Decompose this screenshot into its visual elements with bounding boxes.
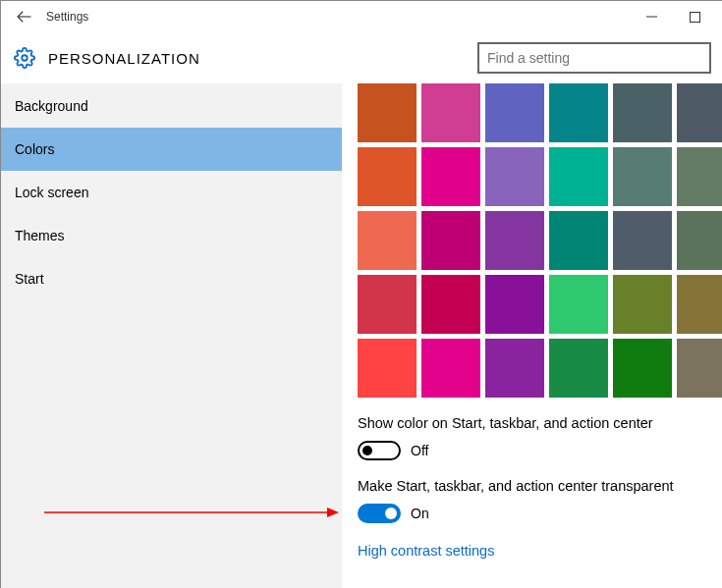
color-swatch[interactable] <box>613 275 672 334</box>
header: PERSONALIZATION <box>1 32 722 83</box>
color-swatch[interactable] <box>358 83 417 142</box>
high-contrast-link[interactable]: High contrast settings <box>358 543 494 559</box>
sidebar: BackgroundColorsLock screenThemesStart <box>1 83 342 588</box>
svg-point-3 <box>22 55 28 61</box>
show-color-toggle[interactable] <box>358 441 401 460</box>
show-color-label: Show color on Start, taskbar, and action… <box>358 415 722 431</box>
color-swatch[interactable] <box>421 147 480 206</box>
sidebar-item-themes[interactable]: Themes <box>1 214 342 257</box>
search-box[interactable] <box>477 42 711 74</box>
color-swatch[interactable] <box>677 275 722 334</box>
sidebar-item-label: Themes <box>15 228 65 243</box>
sidebar-item-lock-screen[interactable]: Lock screen <box>1 171 342 214</box>
sidebar-item-background[interactable]: Background <box>1 84 342 128</box>
color-swatch[interactable] <box>421 83 480 142</box>
color-swatch[interactable] <box>485 211 544 270</box>
content: BackgroundColorsLock screenThemesStart S… <box>1 83 722 588</box>
window-controls <box>630 2 716 31</box>
sidebar-item-colors[interactable]: Colors <box>1 128 342 171</box>
color-swatch[interactable] <box>677 83 722 142</box>
color-swatch[interactable] <box>549 83 608 142</box>
color-swatch[interactable] <box>485 339 544 398</box>
sidebar-item-label: Colors <box>15 141 54 157</box>
color-swatch[interactable] <box>358 275 417 334</box>
color-swatch[interactable] <box>613 83 672 142</box>
color-swatch[interactable] <box>677 211 722 270</box>
titlebar: Settings <box>1 1 722 32</box>
sidebar-item-label: Lock screen <box>15 185 88 200</box>
sidebar-item-label: Start <box>15 271 44 287</box>
show-color-toggle-state: Off <box>411 443 428 458</box>
color-swatch[interactable] <box>485 147 544 206</box>
color-swatch[interactable] <box>485 83 544 142</box>
color-swatch-grid <box>358 83 722 398</box>
color-swatch[interactable] <box>549 147 608 206</box>
color-swatch[interactable] <box>358 211 417 270</box>
show-color-toggle-row: Off <box>358 441 722 460</box>
transparent-toggle-state: On <box>411 506 429 521</box>
color-swatch[interactable] <box>613 147 672 206</box>
transparent-label: Make Start, taskbar, and action center t… <box>358 478 722 494</box>
window-title: Settings <box>46 10 630 24</box>
color-swatch[interactable] <box>613 339 672 398</box>
gear-icon <box>13 46 36 70</box>
color-swatch[interactable] <box>549 211 608 270</box>
back-button[interactable] <box>7 2 40 31</box>
color-swatch[interactable] <box>358 339 417 398</box>
page-title: PERSONALIZATION <box>48 50 477 67</box>
main-pane: Show color on Start, taskbar, and action… <box>342 83 722 588</box>
color-swatch[interactable] <box>421 339 480 398</box>
color-swatch[interactable] <box>677 147 722 206</box>
color-swatch[interactable] <box>421 275 480 334</box>
color-swatch[interactable] <box>358 147 417 206</box>
sidebar-item-start[interactable]: Start <box>1 257 342 300</box>
color-swatch[interactable] <box>549 339 608 398</box>
search-input[interactable] <box>487 50 701 66</box>
color-swatch[interactable] <box>613 211 672 270</box>
color-swatch[interactable] <box>485 275 544 334</box>
minimize-button[interactable] <box>630 2 673 31</box>
transparent-toggle[interactable] <box>358 504 401 523</box>
sidebar-item-label: Background <box>15 98 88 114</box>
maximize-button[interactable] <box>673 2 716 31</box>
color-swatch[interactable] <box>549 275 608 334</box>
color-swatch[interactable] <box>421 211 480 270</box>
transparent-toggle-row: On <box>358 504 722 523</box>
svg-rect-2 <box>690 12 699 22</box>
color-swatch[interactable] <box>677 339 722 398</box>
